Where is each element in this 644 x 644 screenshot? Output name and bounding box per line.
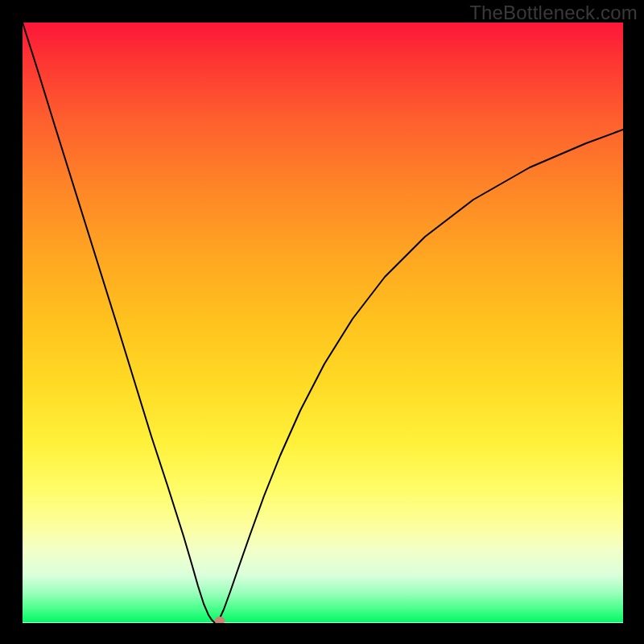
bottleneck-curve bbox=[23, 23, 623, 623]
watermark-text: TheBottleneck.com bbox=[469, 2, 638, 24]
plot-area bbox=[23, 23, 623, 623]
chart-svg bbox=[23, 23, 623, 623]
bottleneck-marker bbox=[215, 617, 225, 623]
figure-container: TheBottleneck.com bbox=[0, 0, 644, 644]
